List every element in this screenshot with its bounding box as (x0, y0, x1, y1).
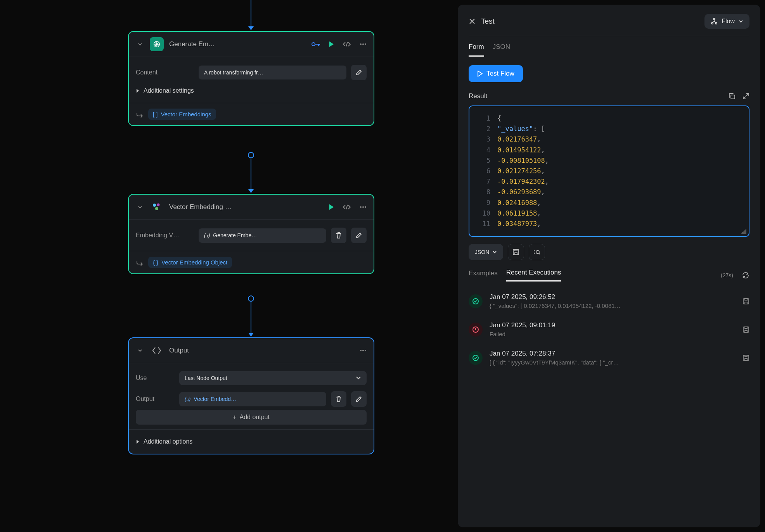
save-icon[interactable] (508, 244, 524, 260)
subtab-examples[interactable]: Examples (469, 269, 498, 281)
execution-timestamp: Jan 07 2025, 09:01:19 (490, 321, 736, 329)
node-title: Generate Em… (169, 40, 306, 48)
key-icon[interactable] (312, 41, 320, 47)
svg-point-7 (155, 207, 158, 210)
search-code-icon[interactable] (529, 244, 545, 260)
code-icon[interactable] (343, 41, 351, 47)
execution-timestamp: Jan 07 2025, 09:26:52 (490, 293, 736, 301)
param-value[interactable]: (𝑥) Generate Embe… (199, 228, 326, 243)
output-badge[interactable]: { } Vector Embedding Object (148, 257, 232, 268)
caret-down-icon[interactable] (136, 203, 144, 211)
result-code[interactable]: 1{2 "_values": [3 0.02176347,4 0.0149541… (469, 105, 749, 237)
openai-icon (150, 37, 164, 51)
age-label: (27s) (721, 272, 733, 278)
execution-preview: Failed (490, 331, 736, 337)
use-select[interactable]: Last Node Output (179, 371, 367, 385)
subtab-recent[interactable]: Recent Executions (506, 269, 561, 282)
param-label: Output (136, 396, 175, 402)
execution-list: Jan 07 2025, 09:26:52{ "_values": [ 0.02… (469, 287, 749, 372)
result-label: Result (469, 92, 487, 100)
execution-item[interactable]: Jan 07 2025, 09:26:52{ "_values": [ 0.02… (469, 287, 749, 315)
flow-dropdown[interactable]: Flow (704, 14, 749, 29)
node-generate-embeddings[interactable]: Generate Em… Content A robot transfor (128, 31, 374, 126)
save-icon[interactable] (742, 298, 749, 305)
param-label: Content (136, 69, 194, 76)
more-icon[interactable] (360, 349, 367, 352)
svg-point-4 (365, 43, 366, 45)
edge (251, 0, 251, 27)
node-vector-embedding[interactable]: Vector Embedding … Embedding V… (𝑥) Gene… (128, 194, 374, 274)
weaviate-icon (150, 200, 164, 214)
svg-rect-25 (743, 355, 749, 361)
return-icon (136, 259, 144, 266)
edge (251, 302, 251, 333)
output-icon (150, 344, 164, 358)
edit-icon[interactable] (351, 65, 367, 80)
additional-options-toggle[interactable]: Additional options (136, 434, 367, 449)
chevron-down-icon (739, 19, 743, 23)
svg-point-13 (365, 350, 366, 351)
svg-point-9 (362, 206, 364, 208)
execution-item[interactable]: Jan 07 2025, 07:28:37[ { "id": "IyyyGw0V… (469, 344, 749, 372)
caret-down-icon[interactable] (136, 346, 144, 355)
node-title: Output (169, 347, 354, 354)
caret-down-icon[interactable] (136, 40, 144, 48)
tab-form[interactable]: Form (469, 43, 484, 57)
status-fail-icon (469, 323, 483, 337)
additional-settings-toggle[interactable]: Additional settings (136, 83, 367, 98)
svg-point-1 (312, 43, 315, 46)
play-icon[interactable] (329, 41, 334, 47)
svg-point-12 (362, 350, 364, 351)
refresh-icon[interactable] (742, 271, 749, 279)
expand-icon[interactable] (742, 93, 749, 100)
chevron-down-icon (492, 250, 497, 254)
output-handle[interactable] (248, 295, 254, 302)
return-icon (136, 111, 144, 117)
execution-timestamp: Jan 07 2025, 07:28:37 (490, 350, 736, 358)
more-icon[interactable] (360, 43, 367, 45)
flow-canvas[interactable]: Generate Em… Content A robot transfor (0, 0, 450, 532)
svg-point-2 (360, 43, 362, 45)
svg-point-8 (360, 206, 362, 208)
edit-icon[interactable] (351, 391, 367, 407)
status-ok-icon (469, 351, 483, 365)
more-icon[interactable] (360, 206, 367, 208)
param-label: Embedding V… (136, 232, 194, 239)
svg-point-19 (536, 250, 539, 254)
edit-icon[interactable] (351, 228, 367, 243)
delete-icon[interactable] (331, 228, 346, 243)
panel-title: Test (481, 17, 495, 26)
svg-point-3 (362, 43, 364, 45)
panel-tabs: Form JSON (469, 43, 749, 57)
node-title: Vector Embedding … (169, 203, 323, 211)
svg-point-11 (360, 350, 362, 351)
execution-item[interactable]: Jan 07 2025, 09:01:19Failed (469, 315, 749, 344)
delete-icon[interactable] (331, 391, 346, 407)
node-output[interactable]: Output Use Last Node Output Output (𝑥) V… (128, 337, 374, 454)
tab-json[interactable]: JSON (493, 43, 510, 57)
play-icon[interactable] (329, 204, 334, 210)
play-icon (477, 71, 483, 77)
svg-point-16 (715, 22, 717, 24)
save-icon[interactable] (742, 354, 749, 361)
add-output-button[interactable]: +Add output (136, 410, 367, 425)
execution-preview: { "_values": [ 0.02176347, 0.014954122, … (490, 302, 736, 309)
output-value[interactable]: (𝑥) Vector Embedd… (179, 392, 326, 406)
test-flow-button[interactable]: Test Flow (469, 65, 523, 82)
close-icon[interactable] (469, 18, 476, 25)
svg-point-10 (365, 206, 366, 208)
svg-rect-21 (743, 299, 749, 304)
format-dropdown[interactable]: JSON (469, 244, 503, 260)
save-icon[interactable] (742, 326, 749, 333)
svg-point-15 (711, 22, 713, 24)
svg-point-14 (713, 18, 715, 20)
param-label: Use (136, 375, 175, 382)
copy-icon[interactable] (729, 93, 736, 100)
test-panel: Test Flow Form JSON Test Flow Result 1{2… (458, 5, 760, 527)
code-icon[interactable] (343, 204, 351, 210)
content-value[interactable]: A robot transforming fr… (199, 66, 346, 79)
status-ok-icon (469, 294, 483, 308)
output-handle[interactable] (248, 152, 254, 158)
output-badge[interactable]: [ ] Vector Embeddings (148, 109, 216, 120)
edge (251, 158, 251, 190)
